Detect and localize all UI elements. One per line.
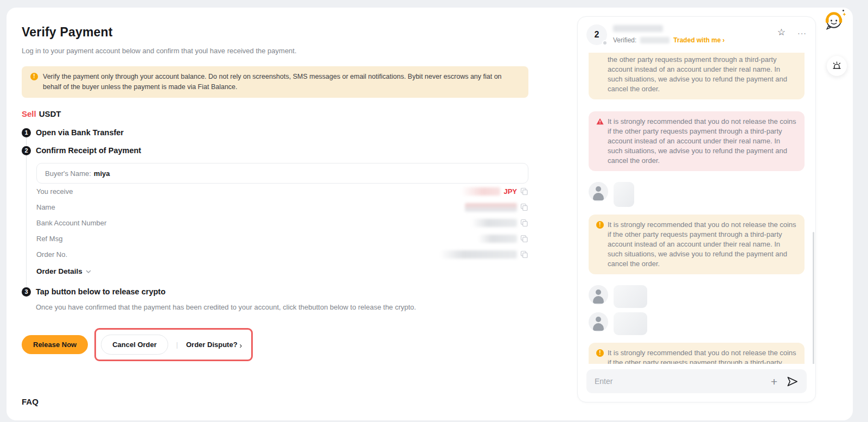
buyer-name-field: Buyer's Name: miya <box>36 163 528 184</box>
chat-messages: the other party requests payment through… <box>578 52 815 364</box>
detail-row-bank-account: Bank Account Number <box>36 215 528 231</box>
warning-text: the other party requests payment through… <box>608 55 797 94</box>
system-warning-bubble: the other party requests payment through… <box>589 53 805 99</box>
image-attachment[interactable] <box>614 285 647 308</box>
bank-account-value-redacted <box>471 219 517 227</box>
system-warning-bubble-red: It is strongly recommended that you do n… <box>589 111 805 171</box>
detail-row-you-receive: You receive JPY <box>36 184 528 199</box>
warning-text: It is strongly recommended that you do n… <box>608 220 797 269</box>
chat-scrollbar[interactable] <box>813 232 814 364</box>
system-warning-bubble: ! It is strongly recommended that you do… <box>589 215 805 274</box>
name-label: Name <box>36 203 55 211</box>
chat-message-attachment <box>589 312 805 335</box>
step-2: 2 Confirm Receipt of Payment <box>22 146 528 155</box>
verify-payment-content: Verify Payment Log in to your payment ac… <box>22 25 528 422</box>
alert-triangle-icon <box>596 118 604 125</box>
faq-heading: FAQ <box>22 397 528 406</box>
chat-panel: 2 Verified: Traded with me › ☆ ··· the o… <box>577 16 816 402</box>
step-1: 1 Open via Bank Transfer <box>22 128 528 137</box>
buyer-name-value: miya <box>94 169 110 178</box>
warning-text: It is strongly recommended that you do n… <box>608 348 797 364</box>
you-receive-label: You receive <box>36 187 73 196</box>
order-no-label: Order No. <box>36 250 67 259</box>
user-avatar-icon <box>589 312 608 332</box>
siren-icon <box>832 61 842 71</box>
step-1-number: 1 <box>22 128 31 137</box>
user-avatar-icon <box>589 285 608 305</box>
support-chatbot-button[interactable] <box>822 8 846 32</box>
step-1-title: Open via Bank Transfer <box>36 128 124 137</box>
trade-asset: USDT <box>39 109 61 118</box>
send-icon[interactable] <box>786 375 799 388</box>
step-connector <box>26 137 27 146</box>
chat-message-attachment <box>589 285 805 308</box>
ref-msg-label: Ref Msg <box>36 235 62 243</box>
you-receive-value-redacted <box>461 187 500 196</box>
copy-icon[interactable] <box>520 219 528 227</box>
buyer-name-label: Buyer's Name: <box>45 169 91 178</box>
release-now-button[interactable]: Release Now <box>22 335 88 354</box>
action-buttons-row: Release Now Cancel Order | Order Dispute… <box>22 328 528 361</box>
chat-message-attachment <box>589 182 805 207</box>
step-3-number: 3 <box>22 287 31 297</box>
chatbot-mascot-icon <box>822 8 846 32</box>
counterparty-info: Verified: Traded with me › <box>613 24 725 52</box>
traded-with-me-label: Traded with me <box>673 36 720 44</box>
chat-message-input[interactable] <box>595 377 762 386</box>
alert-circle-icon: ! <box>30 73 38 80</box>
currency-suffix: JPY <box>503 187 517 196</box>
alert-circle-icon: ! <box>596 221 604 229</box>
counterparty-name-redacted <box>613 25 663 32</box>
page-title: Verify Payment <box>22 25 528 40</box>
step-3: 3 Tap button below to release crypto <box>22 287 528 297</box>
traded-with-me-link[interactable]: Traded with me › <box>673 36 724 44</box>
chevron-down-icon <box>85 268 92 275</box>
copy-icon[interactable] <box>520 203 528 211</box>
verified-label: Verified: <box>613 36 636 44</box>
steps-list: 1 Open via Bank Transfer 2 Confirm Recei… <box>22 128 528 311</box>
detail-row-ref-msg: Ref Msg <box>36 231 528 247</box>
trade-side: Sell <box>22 109 36 118</box>
payment-details-section: Buyer's Name: miya You receive JPY Name <box>26 155 528 287</box>
step-2-title: Confirm Receipt of Payment <box>36 146 141 155</box>
divider: | <box>176 341 178 349</box>
step-3-description: Once you have confirmed that the payment… <box>36 303 528 311</box>
copy-icon[interactable] <box>520 235 528 243</box>
copy-icon[interactable] <box>520 187 528 196</box>
step-2-number: 2 <box>22 146 31 155</box>
chat-input-bar: + <box>586 369 807 393</box>
order-details-toggle[interactable]: Order Details <box>36 267 92 275</box>
verify-warning-banner: ! Verify the payment only through your a… <box>22 66 528 98</box>
system-warning-bubble: ! It is strongly recommended that you do… <box>589 343 805 364</box>
warning-text: It is strongly recommended that you do n… <box>608 117 797 166</box>
trade-heading: SellUSDT <box>22 109 528 118</box>
step-3-title: Tap button below to release crypto <box>36 287 165 296</box>
page-subtitle: Log in to your payment account below and… <box>22 47 528 55</box>
copy-icon[interactable] <box>520 250 528 259</box>
verified-value-redacted <box>640 37 669 43</box>
user-avatar-icon <box>589 182 608 201</box>
attach-plus-icon[interactable]: + <box>771 376 777 387</box>
counterparty-avatar[interactable]: 2 <box>586 24 607 45</box>
ref-msg-value-redacted <box>478 235 517 243</box>
image-attachment[interactable] <box>614 312 647 335</box>
bank-account-label: Bank Account Number <box>36 219 106 227</box>
cancel-order-button[interactable]: Cancel Order <box>101 335 168 355</box>
order-dispute-label: Order Dispute? <box>186 341 238 349</box>
alerts-bell-button[interactable] <box>827 56 847 76</box>
chevron-right-icon: › <box>723 36 725 44</box>
detail-row-name: Name <box>36 199 528 215</box>
image-attachment[interactable] <box>614 182 634 207</box>
order-dispute-link[interactable]: Order Dispute? › <box>186 341 242 349</box>
detail-row-order-no: Order No. <box>36 247 528 262</box>
chevron-right-icon: › <box>240 340 242 350</box>
banner-text: Verify the payment only through your acc… <box>43 72 520 92</box>
favorite-star-icon[interactable]: ☆ <box>777 28 786 37</box>
highlight-annotation-box: Cancel Order | Order Dispute? › <box>94 328 253 361</box>
alert-circle-icon: ! <box>596 349 604 357</box>
chat-header: 2 Verified: Traded with me › ☆ ··· <box>578 17 815 52</box>
name-value-redacted <box>465 203 517 212</box>
more-options-icon[interactable]: ··· <box>797 29 807 37</box>
order-details-label: Order Details <box>36 267 82 275</box>
order-no-value-redacted <box>440 250 517 259</box>
